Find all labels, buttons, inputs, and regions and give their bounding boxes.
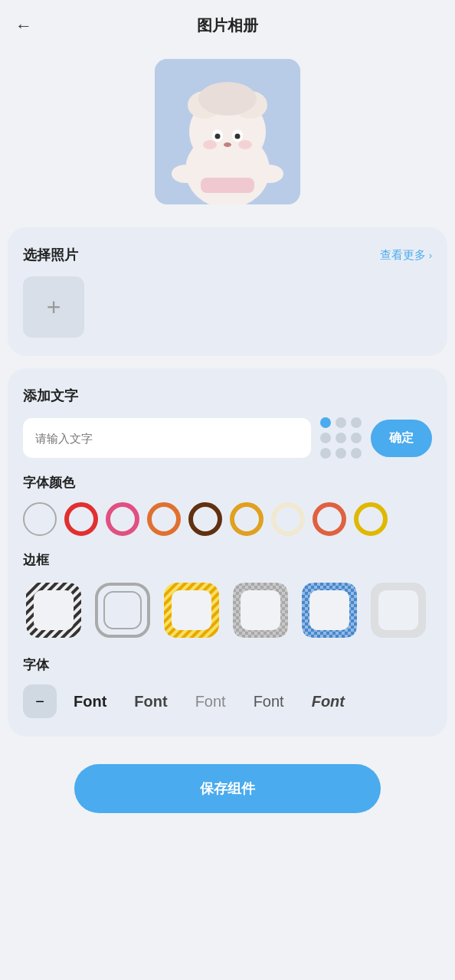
font-item-semibold[interactable]: Font — [123, 687, 178, 717]
svg-rect-20 — [34, 590, 74, 630]
page-title: 图片相册 — [197, 15, 258, 36]
view-more-link[interactable]: 查看更多 › — [380, 248, 432, 263]
svg-point-14 — [172, 165, 199, 183]
color-orange[interactable] — [147, 502, 181, 536]
color-coral[interactable] — [313, 502, 346, 536]
svg-point-15 — [256, 165, 283, 183]
svg-point-9 — [235, 134, 241, 139]
color-red[interactable] — [64, 502, 98, 536]
header: ← 图片相册 — [0, 0, 455, 44]
font-item-bold[interactable]: Font — [63, 687, 117, 717]
dot-3 — [351, 417, 362, 428]
border-title: 边框 — [23, 551, 432, 569]
svg-rect-27 — [172, 590, 211, 630]
font-section: 字体 − Font Font Font Font Font — [23, 656, 432, 718]
add-photo-button[interactable]: + — [23, 276, 84, 338]
text-input-row: 确定 — [23, 417, 432, 459]
dot-grid — [320, 417, 362, 459]
font-item-light[interactable]: Font — [185, 687, 237, 717]
color-brown[interactable] — [188, 502, 222, 536]
preview-image — [155, 59, 300, 204]
border-item-3[interactable] — [161, 580, 222, 641]
color-none[interactable] — [23, 502, 57, 536]
dot-6 — [351, 433, 362, 443]
select-photos-panel: 选择照片 查看更多 › + — [8, 227, 447, 356]
dot-2 — [336, 417, 346, 428]
dot-9 — [351, 448, 362, 459]
dot-1 — [320, 417, 331, 428]
confirm-button[interactable]: 确定 — [371, 420, 432, 457]
back-button[interactable]: ← — [15, 16, 32, 36]
color-row — [23, 502, 432, 536]
chevron-right-icon: › — [429, 250, 432, 261]
dot-7 — [320, 448, 331, 459]
svg-rect-39 — [378, 590, 418, 630]
svg-rect-37 — [309, 590, 349, 630]
dot-8 — [336, 448, 346, 459]
add-text-panel: 添加文字 确定 字体颜色 — [8, 368, 447, 737]
add-text-title: 添加文字 — [23, 387, 78, 405]
color-cream[interactable] — [271, 502, 305, 536]
border-item-6[interactable] — [368, 580, 429, 641]
svg-point-11 — [203, 140, 217, 149]
dot-4 — [320, 433, 331, 443]
select-photos-header: 选择照片 查看更多 › — [23, 246, 432, 264]
svg-point-8 — [215, 134, 221, 139]
svg-rect-31 — [241, 590, 280, 630]
svg-rect-22 — [104, 592, 141, 629]
border-item-5[interactable] — [299, 580, 360, 641]
border-item-2[interactable] — [92, 580, 153, 641]
svg-point-5 — [198, 82, 257, 116]
border-item-4[interactable] — [230, 580, 291, 641]
font-color-title: 字体颜色 — [23, 474, 432, 492]
font-minus-button[interactable]: − — [23, 684, 57, 718]
color-pink[interactable] — [106, 502, 139, 536]
dot-5 — [336, 433, 346, 443]
font-item-italic[interactable]: Font — [301, 687, 355, 717]
font-item-normal[interactable]: Font — [243, 687, 295, 717]
svg-rect-13 — [201, 178, 254, 193]
text-input[interactable] — [23, 418, 311, 458]
svg-point-12 — [238, 140, 252, 149]
border-section: 边框 — [23, 551, 432, 641]
photo-preview-area — [0, 44, 455, 227]
font-row: − Font Font Font Font Font — [23, 684, 432, 718]
border-row — [23, 580, 432, 641]
select-photos-title: 选择照片 — [23, 246, 78, 264]
save-button[interactable]: 保存组件 — [74, 764, 381, 813]
font-title: 字体 — [23, 656, 432, 674]
save-bar: 保存组件 — [0, 749, 455, 844]
border-item-1[interactable] — [23, 580, 84, 641]
color-yellow[interactable] — [354, 502, 388, 536]
svg-point-10 — [224, 142, 231, 147]
add-text-header: 添加文字 — [23, 387, 432, 405]
color-amber[interactable] — [230, 502, 264, 536]
font-color-section: 字体颜色 — [23, 474, 432, 536]
